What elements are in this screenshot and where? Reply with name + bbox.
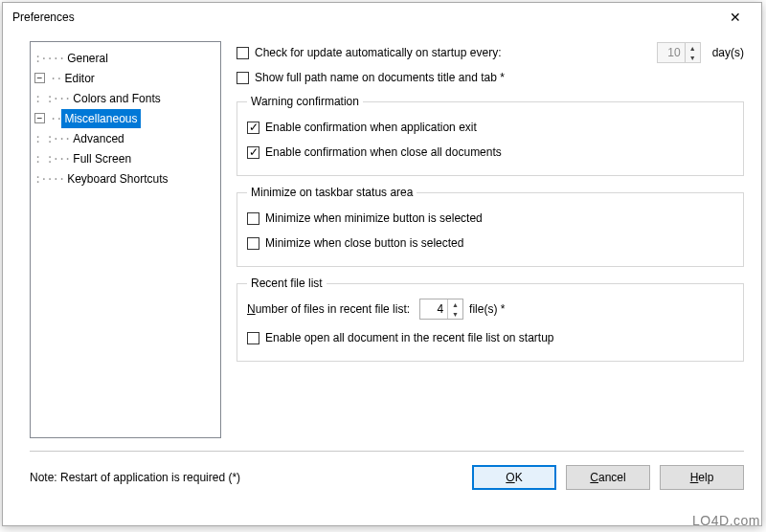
minimize-legend: Minimize on taskbar status area (247, 186, 417, 199)
tree-item-general[interactable]: :···· General (34, 48, 216, 68)
recent-open-all-row: Enable open all document in the recent f… (247, 326, 733, 349)
help-button[interactable]: Help (660, 465, 744, 490)
full-path-label: Show full path name on documents title a… (255, 71, 505, 84)
content-area: :···· General−·· Editor: :··· Colors and… (3, 32, 761, 451)
update-days-input (658, 43, 685, 62)
window-title: Preferences (12, 11, 717, 24)
settings-pane: Check for update automatically on startu… (237, 41, 744, 447)
full-path-row: Show full path name on documents title a… (237, 66, 744, 89)
tree-item-keyboard-shortcuts[interactable]: :···· Keyboard Shortcuts (34, 168, 216, 188)
warning-legend: Warning confirmation (247, 95, 363, 108)
ok-button[interactable]: OK (472, 465, 556, 490)
tree-item-label: Keyboard Shortcuts (64, 169, 170, 188)
tree-item-label: General (64, 49, 111, 68)
preferences-window: Preferences ✕ :···· General−·· Editor: :… (2, 2, 762, 526)
tree-item-label: Miscellaneous (61, 109, 140, 128)
full-path-checkbox[interactable] (237, 72, 249, 84)
tree-item-miscellaneous[interactable]: −·· Miscellaneous (34, 108, 216, 128)
recent-count-label: Number of files in recent file list: (247, 302, 410, 316)
recent-file-group: Recent file list Number of files in rece… (237, 277, 744, 362)
confirm-exit-label: Enable confirmation when application exi… (265, 121, 477, 134)
recent-open-all-checkbox[interactable] (247, 332, 259, 344)
chevron-up-icon: ▲ (686, 43, 700, 53)
titlebar: Preferences ✕ (3, 3, 761, 32)
confirm-exit-checkbox[interactable] (247, 122, 259, 134)
confirm-exit-row: Enable confirmation when application exi… (247, 116, 733, 139)
tree-item-label: Full Screen (70, 149, 134, 168)
minimize-close-label: Minimize when close button is selected (265, 236, 463, 250)
minimize-min-label: Minimize when minimize button is selecte… (265, 211, 483, 225)
check-update-row: Check for update automatically on startu… (237, 41, 744, 64)
update-days-unit: day(s) (712, 46, 744, 59)
chevron-up-icon[interactable]: ▲ (448, 299, 462, 309)
recent-open-all-label: Enable open all document in the recent f… (265, 331, 554, 344)
restart-note: Note: Restart of application is required… (30, 471, 462, 484)
tree-item-label: Colors and Fonts (70, 89, 163, 108)
chevron-down-icon: ▼ (686, 53, 700, 62)
tree-item-full-screen[interactable]: : :··· Full Screen (34, 148, 216, 168)
chevron-down-icon[interactable]: ▼ (448, 309, 462, 319)
collapse-icon[interactable]: − (34, 113, 45, 123)
tree-item-label: Editor (61, 69, 97, 88)
close-button[interactable]: ✕ (717, 7, 754, 28)
recent-count-spinner[interactable]: ▲▼ (419, 299, 463, 320)
tree-item-label: Advanced (70, 129, 126, 148)
minimize-min-checkbox[interactable] (247, 212, 259, 225)
category-tree[interactable]: :···· General−·· Editor: :··· Colors and… (30, 41, 221, 438)
minimize-min-row: Minimize when minimize button is selecte… (247, 207, 733, 230)
cancel-button[interactable]: Cancel (566, 465, 650, 490)
check-update-checkbox[interactable] (237, 47, 249, 59)
tree-item-colors-and-fonts[interactable]: : :··· Colors and Fonts (34, 88, 216, 108)
update-days-spinner: ▲▼ (657, 42, 701, 63)
footer: Note: Restart of application is required… (3, 452, 761, 499)
minimize-close-row: Minimize when close button is selected (247, 232, 733, 255)
tree-item-advanced[interactable]: : :··· Advanced (34, 128, 216, 148)
confirm-close-all-label: Enable confirmation when close all docum… (265, 145, 502, 159)
spinner-arrows[interactable]: ▲▼ (447, 299, 462, 319)
tree-item-editor[interactable]: −·· Editor (34, 68, 216, 88)
watermark: LO4D.com (692, 513, 760, 528)
collapse-icon[interactable]: − (34, 73, 45, 83)
minimize-close-checkbox[interactable] (247, 237, 259, 250)
recent-count-row: Number of files in recent file list: ▲▼ … (247, 298, 733, 321)
confirm-close-all-row: Enable confirmation when close all docum… (247, 141, 733, 164)
minimize-group: Minimize on taskbar status area Minimize… (237, 186, 744, 267)
confirm-close-all-checkbox[interactable] (247, 146, 259, 159)
check-update-label: Check for update automatically on startu… (255, 46, 501, 59)
spinner-arrows: ▲▼ (685, 43, 700, 62)
recent-count-input[interactable] (420, 299, 447, 319)
warning-confirmation-group: Warning confirmation Enable confirmation… (237, 95, 744, 176)
recent-count-unit: file(s) * (469, 302, 505, 316)
recent-legend: Recent file list (247, 277, 327, 290)
